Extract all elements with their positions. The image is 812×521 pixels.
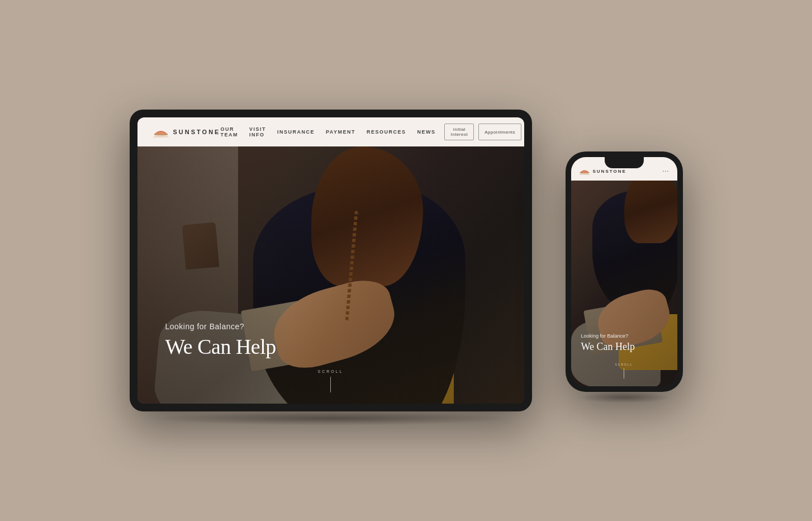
tablet-hero: Looking for Balance? We Can Help SCROLL xyxy=(137,146,524,404)
svg-rect-3 xyxy=(580,172,589,173)
phone-hero-subtitle: Looking for Balance? xyxy=(581,333,635,339)
tablet-logo-area: SUNSTONE xyxy=(153,126,221,138)
tablet-hero-subtitle: Looking for Balance? xyxy=(165,322,276,331)
phone-hero-overlay xyxy=(571,181,677,386)
phone-notch xyxy=(605,157,644,168)
phone-hero: Looking for Balance? We Can Help SCROLL xyxy=(571,181,677,386)
nav-resources[interactable]: RESOURCES xyxy=(367,129,406,135)
phone-hero-title: We Can Help xyxy=(581,341,635,353)
tablet-logo-text: SUNSTONE xyxy=(173,129,221,135)
tablet-hero-title: We Can Help xyxy=(165,334,276,359)
nav-payment[interactable]: PAYMENT xyxy=(326,129,355,135)
nav-news[interactable]: NEWS xyxy=(417,129,435,135)
tablet-nav-links: OUR TEAM VISIT INFO INSURANCE PAYMENT RE… xyxy=(220,126,435,138)
phone-scroll-line xyxy=(624,368,624,378)
tablet-screen: SUNSTONE OUR TEAM VISIT INFO INSURANCE P… xyxy=(137,117,524,404)
phone-logo-area: SUNSTONE xyxy=(579,167,663,175)
phone-scroll-indicator: SCROLL xyxy=(615,363,633,378)
nav-insurance[interactable]: INSURANCE xyxy=(277,129,315,135)
tablet-nav-buttons: Initial Interest Appointments xyxy=(444,124,521,140)
phone-logo-icon xyxy=(579,167,590,175)
initial-interest-button[interactable]: Initial Interest xyxy=(444,124,474,140)
phone-logo-text: SUNSTONE xyxy=(593,169,626,174)
tablet-scroll-indicator: SCROLL xyxy=(317,370,343,392)
svg-point-0 xyxy=(153,135,169,138)
phone-scroll-text: SCROLL xyxy=(615,363,633,366)
phone-menu-icon[interactable]: ··· xyxy=(663,167,669,176)
phone-device: SUNSTONE ··· Looking for Balance? We Can… xyxy=(566,151,683,392)
svg-point-2 xyxy=(579,173,590,175)
nav-visit-info[interactable]: VISIT INFO xyxy=(249,126,266,138)
tablet-hero-text: Looking for Balance? We Can Help xyxy=(165,322,276,359)
tablet-device: SUNSTONE OUR TEAM VISIT INFO INSURANCE P… xyxy=(130,110,532,411)
nav-our-team[interactable]: OUR TEAM xyxy=(220,126,238,138)
tablet-logo-icon xyxy=(153,126,169,138)
svg-rect-1 xyxy=(154,134,168,135)
scene: SUNSTONE OUR TEAM VISIT INFO INSURANCE P… xyxy=(130,110,683,411)
tablet-hero-overlay xyxy=(137,146,524,404)
appointments-button[interactable]: Appointments xyxy=(478,124,521,140)
tablet-scroll-text: SCROLL xyxy=(317,370,343,373)
phone-hero-text: Looking for Balance? We Can Help xyxy=(581,333,635,353)
tablet-scroll-line xyxy=(330,377,331,392)
tablet-navbar: SUNSTONE OUR TEAM VISIT INFO INSURANCE P… xyxy=(137,117,524,146)
phone-screen: SUNSTONE ··· Looking for Balance? We Can… xyxy=(571,157,677,386)
